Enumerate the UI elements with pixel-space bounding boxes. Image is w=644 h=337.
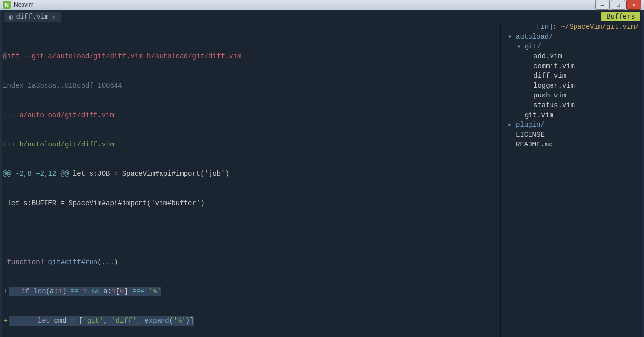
window-title: Neovim: [14, 1, 34, 8]
minimize-button[interactable]: —: [595, 0, 610, 10]
tree-label: LICENSE: [516, 130, 545, 140]
window-titlebar: N Neovim — ☐ ✕: [0, 0, 644, 10]
tab-diff-vim[interactable]: ◐ diff.vim ✕: [4, 12, 61, 22]
workspace: diff --git a/autoload/git/diff.vim b/aut…: [2, 22, 642, 337]
tree-path: [in]: ~/SpaceVim/git.vim/: [501, 22, 642, 32]
file-tree[interactable]: ▾autoload/▾git/add.vimcommit.vimdiff.vim…: [501, 32, 642, 149]
buffers-label[interactable]: Buffers: [601, 12, 640, 21]
tree-file[interactable]: commit.vim: [506, 61, 642, 71]
diff-minus-file: --- a/autoload/git/diff.vim: [3, 110, 114, 120]
code-content: diff --git a/autoload/git/diff.vim b/aut…: [2, 22, 500, 337]
tree-file[interactable]: git.vim: [506, 110, 642, 120]
editor-frame: ◐ diff.vim ✕ Buffers diff --git a/autolo…: [0, 10, 644, 337]
tree-label: status.vim: [533, 100, 575, 110]
diff-plus-file: +++ b/autoload/git/diff.vim: [3, 140, 114, 149]
tree-file[interactable]: LICENSE: [506, 130, 642, 140]
tree-label: diff.vim: [533, 71, 566, 81]
tab-filename: diff.vim: [16, 13, 48, 21]
tree-label: logger.vim: [533, 81, 575, 91]
tree-label: add.vim: [533, 51, 562, 61]
maximize-button[interactable]: ☐: [611, 0, 625, 10]
tree-file[interactable]: diff.vim: [506, 71, 642, 81]
tree-label: git.vim: [525, 110, 553, 120]
tree-file[interactable]: push.vim: [506, 91, 642, 100]
tree-label: commit.vim: [533, 61, 575, 71]
tree-label: README.md: [516, 140, 553, 149]
app-icon: N: [3, 1, 11, 9]
file-tree-pane[interactable]: [in]: ~/SpaceVim/git.vim/ ▾autoload/▾git…: [500, 22, 642, 337]
tree-file[interactable]: status.vim: [506, 100, 642, 110]
tree-label: push.vim: [533, 91, 566, 100]
file-icon: ◐: [9, 13, 13, 21]
tab-close-icon[interactable]: ✕: [52, 13, 56, 21]
tree-arrow-icon: ▾: [508, 32, 514, 42]
tree-dir[interactable]: ▾git/: [506, 42, 642, 51]
tree-label: plugin/: [516, 120, 545, 130]
tree-label: autoload/: [516, 32, 553, 42]
code-line: let s:BUFFER = SpaceVim#api#import('vim#…: [3, 198, 205, 208]
diff-index: index 1a3bc8a..818c5df 100644: [3, 81, 122, 91]
tree-dir[interactable]: ▸plugin/: [506, 120, 642, 130]
tree-file[interactable]: logger.vim: [506, 81, 642, 91]
code-pane[interactable]: diff --git a/autoload/git/diff.vim b/aut…: [2, 22, 500, 337]
tree-arrow-icon: ▾: [517, 42, 523, 51]
diff-hunk: @@ -2,8 +2,12 @@: [3, 170, 69, 178]
tree-file[interactable]: add.vim: [506, 51, 642, 61]
tree-file[interactable]: README.md: [506, 140, 642, 149]
tree-label: git/: [525, 42, 541, 51]
diff-line-1: iff --git a/autoload/git/diff.vim b/auto…: [7, 52, 241, 60]
tabline: ◐ diff.vim ✕ Buffers: [2, 11, 642, 22]
tree-dir[interactable]: ▾autoload/: [506, 32, 642, 42]
tree-arrow-icon: ▸: [508, 120, 514, 130]
close-button[interactable]: ✕: [626, 0, 641, 10]
